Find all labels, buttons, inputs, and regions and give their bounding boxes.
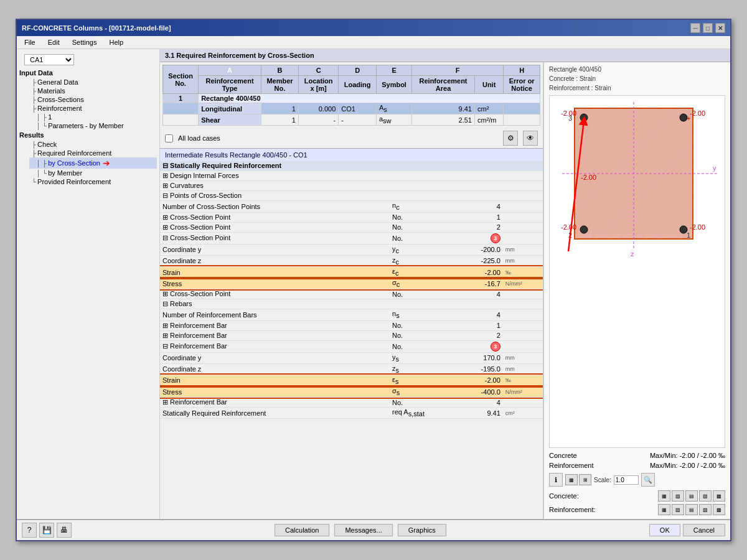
maximize-button[interactable]: □ <box>703 23 713 33</box>
help-icon-btn[interactable]: ? <box>22 523 37 538</box>
reinf-btn-3[interactable]: ▤ <box>685 504 698 515</box>
sidebar: CA1 Input Data ├General Data ├Materials … <box>17 49 160 519</box>
messages-button[interactable]: Messages... <box>334 524 392 536</box>
col-error: Error orNotice <box>504 76 540 94</box>
table-row-longitudinal: Longitudinal 1 0.000 CO1 As 9.41 cm² <box>163 103 540 114</box>
sidebar-item-reinforcement[interactable]: ├Reinforcement <box>24 104 157 113</box>
concrete-btn-4[interactable]: ▧ <box>699 490 712 502</box>
bar-3-circle: 3 <box>491 342 500 352</box>
right-panel: 3.1 Required Reinforcement by Cross-Sect… <box>160 49 730 519</box>
zoom-btn[interactable]: 🔍 <box>641 473 655 487</box>
row-area-long: 9.41 <box>412 103 475 114</box>
row-member-long: 1 <box>261 103 298 114</box>
sidebar-item-provided-reinf[interactable]: └Provided Reinforcement <box>24 177 157 186</box>
save-btn[interactable]: 💾 <box>39 523 54 538</box>
sidebar-arrow: ➔ <box>103 158 110 168</box>
svg-text:-2.00: -2.00 <box>561 223 576 231</box>
table-row-shear: Shear 1 - - asw 2.51 cm²/m <box>163 114 540 126</box>
row-loading-long: CO1 <box>339 103 377 114</box>
bottom-left: ? 💾 🖶 <box>22 523 72 538</box>
graphics-button[interactable]: Graphics <box>398 524 446 536</box>
sidebar-item-by-cross-section[interactable]: │ ├ by Cross-Section ➔ <box>29 157 157 169</box>
concrete-btn-5[interactable]: ▩ <box>713 490 725 502</box>
reinf-controls-row: Reinforcement: ▦ ▨ ▤ ▧ ▩ <box>547 503 728 516</box>
sidebar-item-materials[interactable]: ├Materials <box>24 86 157 95</box>
intermediate-header: Intermediate Results Rectangle 400/450 -… <box>160 148 543 161</box>
svg-text:-2.00: -2.00 <box>581 174 596 181</box>
tree-table: ⊟ Statically Required Reinforcement ⊞ De… <box>160 161 543 419</box>
window-title: RF-CONCRETE Columns - [001712-model-file… <box>22 24 171 32</box>
info-button[interactable]: ℹ <box>549 473 563 487</box>
tree-row-design[interactable]: ⊞ Design Internal Forces <box>160 171 543 181</box>
content-area: SectionNo. A B C D E F H <box>160 62 730 519</box>
tree-row-cs-point-2[interactable]: ⊞ Cross-Section Point No. 2 <box>160 222 543 232</box>
reinf-btn-1[interactable]: ▦ <box>658 504 670 515</box>
menu-settings[interactable]: Settings <box>70 37 100 47</box>
reinf-btn-4[interactable]: ▧ <box>699 504 712 515</box>
expand-icon-static: ⊟ <box>162 162 170 169</box>
minimize-button[interactable]: ─ <box>690 23 700 33</box>
sidebar-item-req-reinf[interactable]: ├Required Reinforcement <box>24 149 157 157</box>
svg-text:z: z <box>631 250 634 258</box>
tree-table-container[interactable]: ⊟ Statically Required Reinforcement ⊞ De… <box>160 161 543 519</box>
menu-help[interactable]: Help <box>106 37 126 47</box>
ok-button[interactable]: OK <box>649 524 680 536</box>
close-button[interactable]: ✕ <box>715 23 725 33</box>
tree-row-bar-4[interactable]: ⊞ Reinforcement Bar No. 4 <box>160 398 543 408</box>
print-btn[interactable]: 🖶 <box>57 523 72 538</box>
tree-row-cs-point-1[interactable]: ⊞ Cross-Section Point No. 1 <box>160 212 543 222</box>
reinf-btn-2[interactable]: ▨ <box>672 504 684 515</box>
tab-header: 3.1 Required Reinforcement by Cross-Sect… <box>160 49 730 62</box>
tree-row-cs-point-4[interactable]: ⊞ Cross-Section Point No. 4 <box>160 289 543 299</box>
all-load-cases-checkbox[interactable] <box>165 134 173 142</box>
concrete-label2: Concrete: <box>549 492 579 500</box>
row-loading-shear: - <box>339 114 377 126</box>
concrete-btn-2[interactable]: ▨ <box>672 490 684 502</box>
sidebar-item-reinf-1[interactable]: │ ├1 <box>29 113 157 121</box>
row-area-shear: 2.51 <box>412 114 475 126</box>
sidebar-section-results: Results <box>19 130 157 140</box>
tree-row-stress-s: Stress σs -400.0 N/mm² <box>160 386 543 398</box>
tree-row-bar-coord-y: Coordinate y ys 170.0 mm <box>160 352 543 363</box>
tree-row-bar-1[interactable]: ⊞ Reinforcement Bar No. 1 <box>160 320 543 330</box>
case-select[interactable]: CA1 <box>24 54 74 65</box>
results-table: SectionNo. A B C D E F H <box>162 65 540 126</box>
view-button[interactable]: 👁 <box>523 131 538 146</box>
tree-row-curvatures[interactable]: ⊞ Curvatures <box>160 181 543 191</box>
concrete-btn-3[interactable]: ▤ <box>685 490 698 502</box>
sidebar-item-cross-sections[interactable]: ├Cross-Sections <box>24 95 157 104</box>
graph-controls-1: ℹ ▦ ⊞ Scale: 🔍 <box>547 470 728 489</box>
reinf-btn-5[interactable]: ▩ <box>713 504 725 515</box>
sidebar-item-by-member[interactable]: │ └by Member <box>29 169 157 177</box>
row-error-long <box>504 103 540 114</box>
view-btn-1[interactable]: ▦ <box>565 474 578 485</box>
calculation-button[interactable]: Calculation <box>275 524 329 536</box>
svg-point-5 <box>580 226 588 233</box>
main-window: RF-CONCRETE Columns - [001712-model-file… <box>16 19 731 541</box>
tree-row-points[interactable]: ⊟ Points of Cross-Section <box>160 191 543 201</box>
tree-row-static-req[interactable]: ⊟ Statically Required Reinforcement <box>160 161 543 171</box>
tree-row-bar-3[interactable]: ⊟ Reinforcement Bar No. 3 <box>160 340 543 352</box>
tree-row-strain-s: Strain εs -2.00 ‰ <box>160 375 543 386</box>
view-btn-2[interactable]: ⊞ <box>579 474 591 485</box>
menu-file[interactable]: File <box>22 37 38 47</box>
intermediate-title: Intermediate Results Rectangle 400/450 -… <box>165 151 308 159</box>
sidebar-item-params[interactable]: │ └Parameters - by Member <box>29 121 157 130</box>
tree-row-rebars[interactable]: ⊟ Rebars <box>160 299 543 309</box>
sidebar-item-general[interactable]: ├General Data <box>24 78 157 86</box>
tree-row-bar-2[interactable]: ⊞ Reinforcement Bar No. 2 <box>160 330 543 340</box>
graph-title-1: Rectangle 400/450 <box>547 65 728 74</box>
scale-input[interactable] <box>614 475 639 485</box>
concrete-btn-1[interactable]: ▦ <box>658 490 670 502</box>
filter-button[interactable]: ⚙ <box>503 131 518 146</box>
cancel-button[interactable]: Cancel <box>683 524 725 536</box>
sidebar-item-check[interactable]: ├Check <box>24 140 157 149</box>
svg-text:+: + <box>687 114 690 122</box>
tree-row-stat-req: Statically Required Reinforcement req As… <box>160 408 543 419</box>
tree-row-cs-point-3[interactable]: ⊟ Cross-Section Point No. 3 <box>160 232 543 244</box>
col-reinf-area: ReinforcementArea <box>412 76 475 94</box>
menu-edit[interactable]: Edit <box>45 37 62 47</box>
col-member-no: MemberNo. <box>261 76 298 94</box>
row-symbol-shear: asw <box>376 114 411 126</box>
table-section: SectionNo. A B C D E F H <box>160 62 543 519</box>
